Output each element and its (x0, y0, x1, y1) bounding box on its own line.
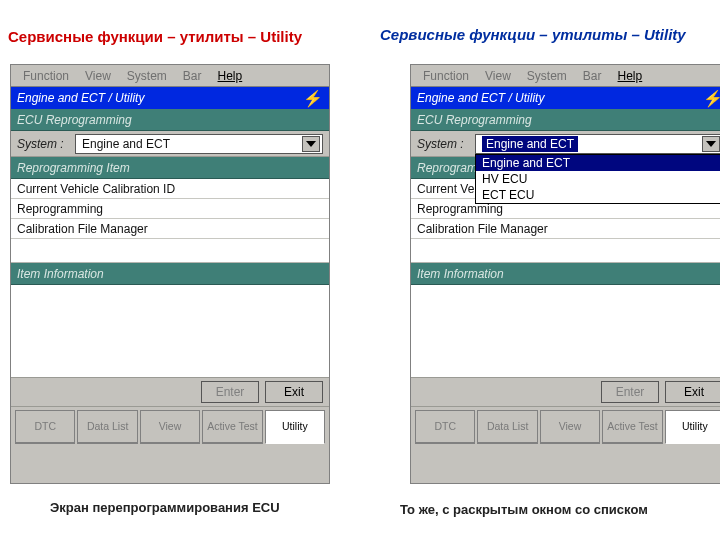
menu-help[interactable]: Help (218, 69, 243, 83)
exit-button[interactable]: Exit (265, 381, 323, 403)
page-title-left: Сервисные функции – утилиты – Utility (8, 28, 302, 45)
list-item[interactable]: Calibration File Manager (11, 219, 329, 239)
system-label: System : (417, 137, 475, 151)
list-item[interactable]: Current Vehicle Calibration ID (11, 179, 329, 199)
section-item-info: Item Information (411, 263, 720, 285)
dropdown-item[interactable]: ECT ECU (476, 187, 720, 203)
tab-view[interactable]: View (540, 410, 600, 444)
tab-dtc[interactable]: DTC (415, 410, 475, 444)
dropdown-item[interactable]: Engine and ECT (476, 155, 720, 171)
button-row: Enter Exit (11, 377, 329, 407)
button-row: Enter Exit (411, 377, 720, 407)
caption-right: То же, с раскрытым окном со списком (400, 502, 648, 517)
caption-left: Экран перепрограммирования ECU (50, 500, 280, 515)
list-item[interactable]: Reprogramming (11, 199, 329, 219)
system-combo[interactable]: Engine and ECT Engine and ECT HV ECU ECT… (475, 134, 720, 154)
titlebar: Engine and ECT / Utility ⚡ (11, 87, 329, 109)
list-item[interactable]: Calibration File Manager (411, 219, 720, 239)
system-row: System : Engine and ECT Engine and ECT H… (411, 131, 720, 157)
chevron-down-icon (306, 141, 316, 147)
tab-datalist[interactable]: Data List (77, 410, 137, 444)
page-title-right: Сервисные функции – утилиты – Utility (380, 26, 686, 43)
tab-utility[interactable]: Utility (265, 410, 325, 444)
bolt-icon: ⚡ (303, 89, 323, 108)
item-info-area (411, 285, 720, 377)
dropdown-item[interactable]: HV ECU (476, 171, 720, 187)
menubar: Function View System Bar Help (411, 65, 720, 87)
system-label: System : (17, 137, 75, 151)
section-reprog-item: Reprogramming Item (11, 157, 329, 179)
menubar: Function View System Bar Help (11, 65, 329, 87)
tab-utility[interactable]: Utility (665, 410, 720, 444)
bolt-icon: ⚡ (703, 89, 720, 108)
menu-bar[interactable]: Bar (183, 69, 202, 83)
titlebar-text: Engine and ECT / Utility (417, 91, 544, 105)
system-combo[interactable]: Engine and ECT (75, 134, 323, 154)
tab-datalist[interactable]: Data List (477, 410, 537, 444)
tab-dtc[interactable]: DTC (15, 410, 75, 444)
tab-view[interactable]: View (140, 410, 200, 444)
combo-arrow[interactable] (702, 136, 720, 152)
enter-button[interactable]: Enter (601, 381, 659, 403)
system-combo-value: Engine and ECT (482, 136, 578, 152)
section-ecu-reprog: ECU Reprogramming (411, 109, 720, 131)
titlebar: Engine and ECT / Utility ⚡ (411, 87, 720, 109)
system-dropdown: Engine and ECT HV ECU ECT ECU (475, 154, 720, 204)
menu-bar[interactable]: Bar (583, 69, 602, 83)
menu-function[interactable]: Function (423, 69, 469, 83)
exit-button[interactable]: Exit (665, 381, 720, 403)
system-combo-value: Engine and ECT (82, 137, 170, 151)
window-utility-right: Function View System Bar Help Engine and… (410, 64, 720, 484)
menu-function[interactable]: Function (23, 69, 69, 83)
tabbar: DTC Data List View Active Test Utility (411, 407, 720, 447)
menu-help[interactable]: Help (618, 69, 643, 83)
reprog-list: Current Vehicle Calibration ID Reprogram… (11, 179, 329, 263)
menu-system[interactable]: System (127, 69, 167, 83)
section-ecu-reprog: ECU Reprogramming (11, 109, 329, 131)
titlebar-text: Engine and ECT / Utility (17, 91, 144, 105)
menu-view[interactable]: View (85, 69, 111, 83)
tabbar: DTC Data List View Active Test Utility (11, 407, 329, 447)
combo-arrow[interactable] (302, 136, 320, 152)
tab-active-test[interactable]: Active Test (602, 410, 662, 444)
chevron-down-icon (706, 141, 716, 147)
window-utility-left: Function View System Bar Help Engine and… (10, 64, 330, 484)
section-item-info: Item Information (11, 263, 329, 285)
enter-button[interactable]: Enter (201, 381, 259, 403)
menu-view[interactable]: View (485, 69, 511, 83)
system-row: System : Engine and ECT (11, 131, 329, 157)
item-info-area (11, 285, 329, 377)
menu-system[interactable]: System (527, 69, 567, 83)
tab-active-test[interactable]: Active Test (202, 410, 262, 444)
